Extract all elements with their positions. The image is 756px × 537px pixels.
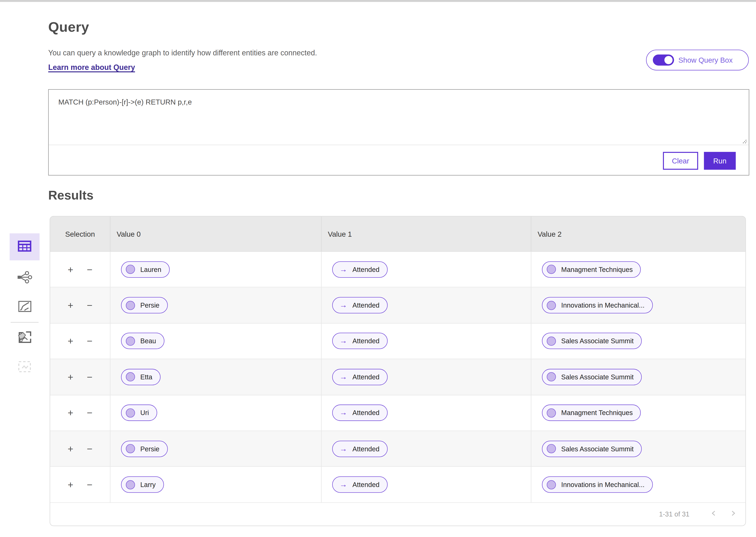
- query-input[interactable]: MATCH (p:Person)-[r]->(e) RETURN p,r,e: [58, 98, 734, 106]
- arrow-right-icon: →: [339, 301, 347, 309]
- add-to-selection-button[interactable]: +: [68, 300, 73, 310]
- node-circle-icon: [126, 301, 135, 310]
- node-pill[interactable]: Managment Techniques: [542, 261, 641, 277]
- export-image-icon: [18, 331, 32, 345]
- top-border-bar: [0, 0, 756, 2]
- edge-pill[interactable]: → Attended: [332, 440, 388, 457]
- add-to-selection-button[interactable]: +: [68, 408, 73, 418]
- value2-cell: Sales Associate Summit: [531, 323, 745, 359]
- node-label: Beau: [140, 337, 156, 345]
- remove-from-selection-button[interactable]: −: [87, 336, 92, 346]
- table-row: + − Etta → Attended Sales Associate Summ…: [50, 359, 745, 395]
- node-pill[interactable]: Persie: [121, 440, 168, 457]
- results-table-body: + − Lauren → Attended Managment Techniqu…: [50, 252, 745, 503]
- arrow-right-icon: →: [339, 337, 347, 345]
- selection-cell: + −: [50, 323, 110, 359]
- query-editor-panel: MATCH (p:Person)-[r]->(e) RETURN p,r,e C…: [48, 89, 749, 176]
- remove-from-selection-button[interactable]: −: [87, 265, 92, 274]
- edge-label: Attended: [352, 481, 379, 488]
- query-editor-divider: [49, 145, 749, 145]
- node-label: Larry: [140, 481, 156, 488]
- add-to-selection-button[interactable]: +: [68, 336, 73, 346]
- next-page-button[interactable]: [727, 508, 739, 520]
- table-view-icon: [18, 241, 31, 253]
- show-query-box-toggle[interactable]: Show Query Box: [646, 50, 749, 70]
- edge-pill[interactable]: → Attended: [332, 405, 388, 421]
- remove-from-selection-button[interactable]: −: [87, 444, 92, 453]
- edge-label: Attended: [352, 409, 379, 417]
- add-to-selection-button[interactable]: +: [68, 480, 73, 489]
- value0-cell: Persie: [110, 287, 322, 323]
- column-header-value2: Value 2: [531, 217, 745, 251]
- node-pill[interactable]: Sales Associate Summit: [542, 333, 642, 349]
- value0-cell: Beau: [110, 323, 322, 359]
- node-circle-icon: [126, 444, 135, 453]
- arrow-right-icon: →: [339, 409, 347, 417]
- node-circle-icon: [126, 480, 135, 489]
- column-header-value1: Value 1: [322, 217, 531, 251]
- value1-cell: → Attended: [322, 359, 531, 395]
- page-title: Query: [48, 19, 89, 35]
- edge-label: Attended: [352, 337, 379, 345]
- node-circle-icon: [547, 444, 556, 453]
- node-circle-icon: [547, 265, 556, 274]
- graph-view-icon: [17, 271, 32, 285]
- node-pill[interactable]: Sales Associate Summit: [542, 440, 642, 457]
- value2-cell: Managment Techniques: [531, 395, 745, 431]
- textarea-resize-handle[interactable]: [741, 137, 747, 145]
- add-to-selection-button[interactable]: +: [68, 444, 73, 453]
- results-table: Selection Value 0 Value 1 Value 2 + − La…: [50, 216, 746, 526]
- node-pill[interactable]: Persie: [121, 297, 168, 313]
- value1-cell: → Attended: [322, 287, 531, 323]
- node-label: Innovations in Mechanical...: [561, 301, 645, 309]
- sidebar-item-draw-view[interactable]: [10, 294, 39, 321]
- edge-pill[interactable]: → Attended: [332, 297, 388, 313]
- node-pill[interactable]: Beau: [121, 333, 164, 349]
- sidebar-item-export-image[interactable]: [10, 324, 39, 351]
- node-circle-icon: [126, 372, 135, 382]
- value2-cell: Innovations in Mechanical...: [531, 287, 745, 323]
- remove-from-selection-button[interactable]: −: [87, 408, 92, 418]
- value0-cell: Uri: [110, 395, 322, 431]
- node-pill[interactable]: Innovations in Mechanical...: [542, 297, 653, 313]
- value1-cell: → Attended: [322, 467, 531, 502]
- arrow-right-icon: →: [339, 266, 347, 273]
- edge-pill[interactable]: → Attended: [332, 369, 388, 385]
- node-pill[interactable]: Managment Techniques: [542, 405, 641, 421]
- edge-pill[interactable]: → Attended: [332, 261, 388, 277]
- selection-cell: + −: [50, 395, 110, 431]
- node-circle-icon: [547, 337, 556, 346]
- edge-pill[interactable]: → Attended: [332, 333, 388, 349]
- arrow-right-icon: →: [339, 481, 347, 488]
- run-button[interactable]: Run: [704, 152, 736, 170]
- node-pill[interactable]: Sales Associate Summit: [542, 369, 642, 385]
- sidebar-item-graph-view[interactable]: [10, 264, 39, 291]
- sidebar-item-widget-view-disabled: [10, 354, 39, 381]
- remove-from-selection-button[interactable]: −: [87, 480, 92, 489]
- add-to-selection-button[interactable]: +: [68, 372, 73, 382]
- value1-cell: → Attended: [322, 323, 531, 359]
- selection-cell: + −: [50, 467, 110, 502]
- node-label: Sales Associate Summit: [561, 337, 634, 345]
- sidebar-item-table-view[interactable]: [10, 233, 39, 260]
- clear-button[interactable]: Clear: [663, 152, 698, 170]
- learn-more-link[interactable]: Learn more about Query: [48, 63, 135, 72]
- value0-cell: Lauren: [110, 252, 322, 287]
- remove-from-selection-button[interactable]: −: [87, 372, 92, 382]
- node-pill[interactable]: Uri: [121, 405, 157, 421]
- column-header-selection: Selection: [50, 217, 110, 251]
- value2-cell: Innovations in Mechanical...: [531, 467, 745, 502]
- prev-page-button[interactable]: [708, 508, 720, 520]
- edge-label: Attended: [352, 373, 379, 381]
- node-pill[interactable]: Lauren: [121, 261, 170, 277]
- node-pill[interactable]: Innovations in Mechanical...: [542, 476, 653, 493]
- node-pill[interactable]: Larry: [121, 476, 164, 493]
- edge-pill[interactable]: → Attended: [332, 476, 388, 493]
- value0-cell: Persie: [110, 431, 322, 467]
- node-circle-icon: [547, 372, 556, 382]
- remove-from-selection-button[interactable]: −: [87, 300, 92, 310]
- toggle-switch-icon[interactable]: [653, 55, 674, 65]
- node-circle-icon: [126, 265, 135, 274]
- node-pill[interactable]: Etta: [121, 369, 160, 385]
- add-to-selection-button[interactable]: +: [68, 265, 73, 274]
